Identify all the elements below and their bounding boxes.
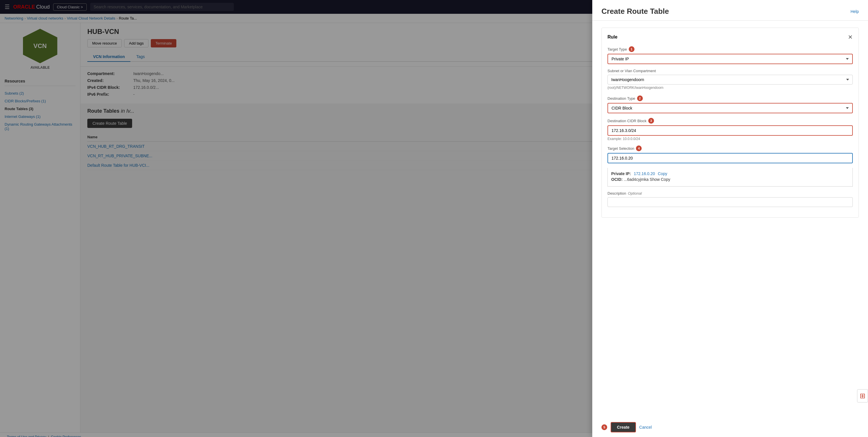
- destination-cidr-input[interactable]: [608, 125, 853, 136]
- destination-type-select[interactable]: CIDR Block: [608, 103, 853, 113]
- help-widget[interactable]: ⊞: [857, 389, 868, 403]
- step-badge-1: 1: [629, 46, 634, 52]
- step-badge-2: 2: [637, 95, 643, 101]
- step-badge-5: 5: [601, 424, 607, 430]
- private-ip-copy-link[interactable]: Copy: [658, 171, 667, 176]
- destination-cidr-label: Destination CIDR Block 3: [608, 118, 853, 124]
- description-input[interactable]: [608, 197, 853, 207]
- modal-help-link[interactable]: Help: [850, 9, 859, 14]
- field-destination-type: Destination Type 2 CIDR Block: [608, 95, 853, 113]
- cancel-button[interactable]: Cancel: [639, 425, 652, 430]
- private-ip-value: 172.16.0.20: [633, 171, 655, 176]
- rule-header: Rule ✕: [608, 34, 853, 40]
- destination-type-label: Destination Type 2: [608, 95, 853, 101]
- modal-body: Rule ✕ Target Type 1 Private IP Subnet o…: [592, 21, 868, 417]
- field-destination-cidr: Destination CIDR Block 3 Example: 10.0.0…: [608, 118, 853, 141]
- help-widget-icon: ⊞: [860, 392, 865, 400]
- field-target-type: Target Type 1 Private IP: [608, 46, 853, 64]
- ocid-show-link[interactable]: Show: [650, 177, 660, 182]
- subnet-vlan-select[interactable]: IwanHoogendoorn: [608, 75, 853, 85]
- step-badge-4: 4: [636, 145, 642, 151]
- rule-title: Rule: [608, 34, 618, 40]
- modal-actions: 5 Create Cancel: [592, 417, 868, 437]
- field-description: Description Optional: [608, 191, 853, 207]
- target-selection-input[interactable]: [608, 153, 853, 163]
- step-badge-3: 3: [648, 118, 654, 124]
- field-subnet-vlan: Subnet or Vlan Compartment IwanHoogendoo…: [608, 69, 853, 91]
- field-target-selection: Target Selection 4: [608, 145, 853, 163]
- rule-close-button[interactable]: ✕: [848, 34, 853, 40]
- modal-overlay: Create Route Table Help Rule ✕ Target Ty…: [0, 0, 868, 437]
- target-selection-label: Target Selection 4: [608, 145, 853, 151]
- description-optional: Optional: [628, 191, 642, 196]
- ocid-value: ...6ad4cyjmka: [624, 177, 649, 182]
- destination-cidr-hint: Example: 10.0.0.0/24: [608, 137, 853, 141]
- create-button[interactable]: Create: [611, 422, 636, 432]
- target-dropdown-suggestion: Private IP: 172.16.0.20 Copy OCID: ...6a…: [608, 168, 853, 186]
- subnet-vlan-label: Subnet or Vlan Compartment: [608, 69, 853, 73]
- ocid-row: OCID: ...6ad4cyjmka Show Copy: [611, 177, 849, 182]
- compartment-hint: (root)/NETWORK/IwanHoogendoorn: [608, 85, 853, 91]
- rule-section: Rule ✕ Target Type 1 Private IP Subnet o…: [601, 28, 859, 217]
- description-label: Description Optional: [608, 191, 853, 196]
- modal-panel: Create Route Table Help Rule ✕ Target Ty…: [592, 0, 868, 437]
- modal-title: Create Route Table: [601, 7, 669, 16]
- ocid-copy-link[interactable]: Copy: [661, 177, 671, 182]
- modal-title-bar: Create Route Table Help: [592, 0, 868, 21]
- target-type-label: Target Type 1: [608, 46, 853, 52]
- private-ip-row: Private IP: 172.16.0.20 Copy: [611, 171, 849, 176]
- target-type-select[interactable]: Private IP: [608, 54, 853, 64]
